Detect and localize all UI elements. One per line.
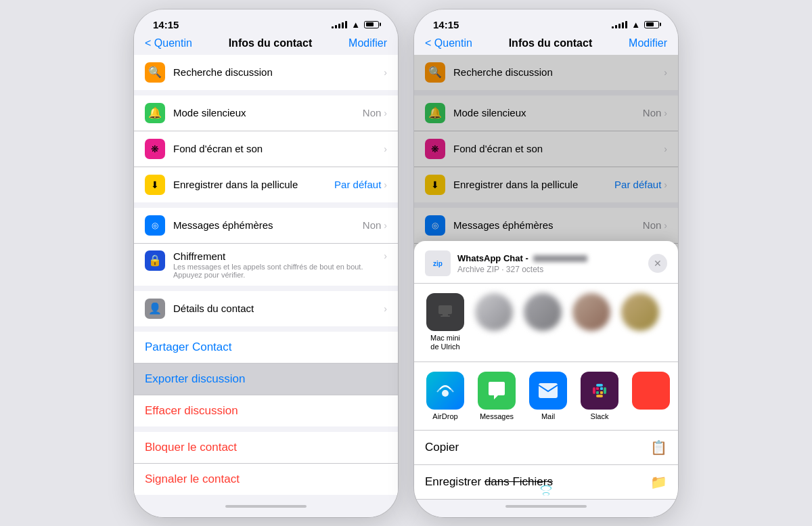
home-bar-right — [505, 505, 587, 508]
svg-rect-10 — [600, 387, 603, 390]
sep4 — [134, 326, 398, 332]
section-search: 🔍 Recherche discussion › — [134, 55, 398, 90]
battery-icon-left — [364, 21, 379, 28]
label-recherche: Recherche discussion — [173, 66, 384, 78]
slack-label: Slack — [591, 412, 609, 420]
status-icons-right: ▲ — [612, 20, 659, 30]
person-blurred-3[interactable] — [571, 293, 612, 351]
signal-icon-left — [332, 20, 347, 28]
share-people-row: Mac minide Ulrich — [414, 284, 678, 361]
modifier-button-left[interactable]: Modifier — [348, 37, 387, 49]
avatar-blurred-1 — [475, 293, 513, 331]
detail-messages-ephemeres: Non — [363, 219, 382, 231]
row-pellicule[interactable]: ⬇ Enregistrer dans la pellicule Par défa… — [134, 167, 398, 202]
row-signaler-contact[interactable]: Signaler le contact — [134, 464, 398, 495]
svg-rect-5 — [593, 387, 595, 394]
sep6 — [134, 495, 398, 500]
device-name: Mac minide Ulrich — [430, 334, 460, 351]
row-chiffrement[interactable]: 🔒 Chiffrement Les messages et les appels… — [134, 244, 398, 286]
app-extra[interactable] — [631, 372, 671, 420]
icon-mode-silencieux: 🔔 — [145, 103, 165, 123]
status-bar-right: 14:15 ▲ — [414, 9, 678, 35]
sep3 — [134, 286, 398, 291]
chevron-details-contact: › — [384, 303, 387, 314]
page-title-left: Infos du contact — [229, 37, 313, 49]
share-header: zip WhatsApp Chat - Archive ZIP · 327 oc… — [414, 241, 678, 284]
section-security: ◎ Messages éphémères Non › 🔒 Chiffrement… — [134, 208, 398, 286]
avatar-blurred-4 — [621, 293, 659, 331]
share-apps-row: AirDrop Messages — [414, 362, 678, 431]
extra-icon — [632, 372, 670, 410]
person-blurred-1[interactable] — [474, 293, 514, 351]
chevron-fond-ecran: › — [384, 144, 387, 154]
chiffrement-content: Chiffrement Les messages et les appels s… — [173, 250, 384, 279]
share-close-button[interactable]: ✕ — [648, 254, 667, 273]
share-file-meta: Archive ZIP · 327 octets — [457, 265, 648, 274]
avatar-blurred-2 — [524, 293, 562, 331]
messages-svg — [486, 380, 508, 401]
label-effacer-discussion: Effacer discussion — [145, 404, 238, 418]
left-phone: 14:15 ▲ < Quentin Infos du contact Modif… — [134, 9, 398, 517]
svg-rect-11 — [596, 391, 599, 394]
app-mail[interactable]: Mail — [528, 372, 568, 420]
row-mode-silencieux[interactable]: 🔔 Mode silencieux Non › — [134, 95, 398, 131]
mac-mini-svg — [436, 304, 455, 317]
row-exporter-discussion[interactable]: Exporter discussion — [134, 364, 398, 395]
home-indicator-left — [134, 500, 398, 517]
action-copier[interactable]: Copier 📋 — [414, 431, 678, 465]
row-partager-contact[interactable]: Partager Contact — [134, 332, 398, 364]
chevron-mode-silencieux: › — [384, 108, 387, 118]
label-partager-contact: Partager Contact — [145, 341, 232, 354]
content-left: 🔍 Recherche discussion › 🔔 Mode silencie… — [134, 55, 398, 500]
svg-rect-6 — [596, 384, 603, 387]
detail-pellicule: Par défaut — [334, 179, 381, 190]
right-phone: 14:15 ▲ < Quentin Infos du contact Modif… — [414, 9, 678, 517]
status-icons-left: ▲ — [332, 20, 379, 30]
back-button-right[interactable]: < Quentin — [425, 37, 472, 49]
status-time-right: 14:15 — [433, 19, 459, 30]
airdrop-icon — [426, 372, 464, 410]
svg-rect-8 — [596, 395, 603, 397]
zip-label: zip — [433, 260, 443, 267]
row-messages-ephemeres[interactable]: ◎ Messages éphémères Non › — [134, 208, 398, 244]
row-details-contact[interactable]: 👤 Détails du contact › — [134, 291, 398, 326]
svg-point-3 — [442, 390, 449, 397]
app-airdrop[interactable]: AirDrop — [425, 372, 466, 420]
label-enregistrer-fichiers: Enregistrer dans Fichiers — [425, 475, 553, 489]
share-file-info: WhatsApp Chat - Archive ZIP · 327 octets — [457, 253, 648, 274]
label-fond-ecran: Fond d'écran et son — [173, 143, 384, 154]
airdrop-svg — [434, 380, 456, 401]
sep2 — [134, 202, 398, 208]
signal-icon-right — [612, 20, 627, 28]
battery-icon-right — [644, 21, 659, 28]
row-effacer-discussion[interactable]: Effacer discussion — [134, 395, 398, 426]
section-contact: 👤 Détails du contact › — [134, 291, 398, 326]
row-fond-ecran[interactable]: ❋ Fond d'écran et son › — [134, 131, 398, 167]
mail-svg — [537, 382, 559, 399]
airdrop-label: AirDrop — [432, 412, 457, 420]
icon-chiffrement: 🔒 — [145, 250, 165, 271]
label-copier: Copier — [425, 441, 459, 454]
person-blurred-2[interactable] — [522, 293, 563, 351]
detail-mode-silencieux: Non — [363, 107, 382, 118]
slack-icon — [581, 372, 618, 410]
messages-label: Messages — [480, 412, 514, 420]
app-messages[interactable]: Messages — [476, 372, 517, 420]
row-bloquer-contact[interactable]: Bloquer le contact — [134, 432, 398, 464]
person-blurred-4[interactable] — [620, 293, 660, 351]
svg-rect-7 — [604, 387, 606, 394]
icon-details-contact: 👤 — [145, 299, 165, 319]
share-sheet[interactable]: zip WhatsApp Chat - Archive ZIP · 327 oc… — [414, 241, 678, 499]
modifier-button-right[interactable]: Modifier — [629, 37, 667, 49]
label-messages-ephemeres: Messages éphémères — [173, 219, 363, 231]
content-right: 🔍 Recherche discussion › 🔔 Mode silencie… — [414, 55, 678, 500]
row-recherche[interactable]: 🔍 Recherche discussion › — [134, 55, 398, 90]
home-bar-left — [225, 505, 307, 508]
wifi-icon-left: ▲ — [351, 20, 360, 30]
app-slack[interactable]: Slack — [579, 372, 620, 420]
device-mac-mini[interactable]: Mac minide Ulrich — [425, 293, 466, 351]
messages-icon — [478, 372, 516, 410]
icon-messages-ephemeres: ◎ — [145, 215, 165, 236]
back-button-left[interactable]: < Quentin — [145, 37, 192, 49]
share-file-name: WhatsApp Chat - — [457, 253, 648, 263]
